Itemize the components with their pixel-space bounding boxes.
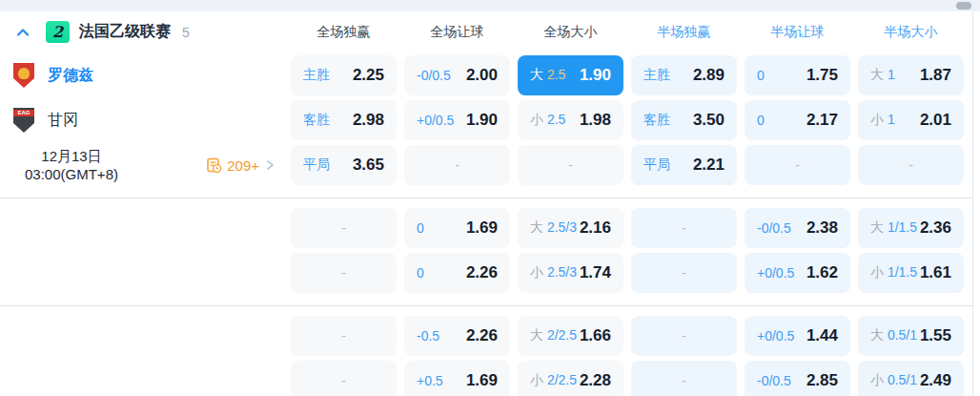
odds-label: 平局	[303, 156, 330, 174]
odds-cell[interactable]: -	[291, 316, 397, 356]
odds-cell[interactable]: +0.51.69	[404, 361, 510, 396]
over-under-line: 2.5	[543, 67, 565, 82]
odds-dash: -	[341, 220, 346, 236]
odds-cell[interactable]: 大 2.51.90	[518, 55, 623, 95]
odds-cell[interactable]: 小 2.5/31.74	[518, 253, 623, 293]
odds-cell[interactable]: 01.69	[404, 208, 510, 248]
over-under-line: 1/1.5	[884, 219, 917, 235]
odds-label: -0.5	[417, 328, 439, 344]
odds-label: 小 1	[870, 112, 895, 129]
odds-cell[interactable]: 大 1/1.52.36	[858, 208, 964, 248]
odds-row: --0.52.26大 2/2.51.66-+0/0.51.44大 0.5/11.…	[0, 316, 964, 356]
odds-cell[interactable]: 02.17	[745, 100, 850, 140]
odds-value: 1.69	[466, 371, 498, 390]
odds-label: 大 2/2.5	[530, 327, 577, 344]
odds-cell[interactable]: -	[631, 316, 737, 356]
odds-cell[interactable]: -0/0.52.38	[745, 208, 850, 248]
odds-label: 小 0.5/1	[870, 372, 917, 389]
over-under-prefix: 小	[870, 264, 884, 280]
odds-group-1: 罗德兹主胜2.25-0/0.52.00大 2.51.90主胜2.8901.75大…	[0, 52, 973, 198]
odds-dash: -	[682, 220, 686, 236]
odds-cell[interactable]: 小 1/1.51.61	[858, 253, 964, 293]
odds-cell[interactable]: +0/0.51.62	[745, 253, 850, 293]
odds-cell[interactable]: -	[745, 145, 850, 185]
odds-cell[interactable]: -	[858, 145, 964, 185]
odds-cell[interactable]: 大 2.5/32.16	[518, 208, 623, 248]
top-strip	[0, 0, 980, 11]
odds-cell[interactable]: -	[518, 145, 623, 185]
odds-label: +0/0.5	[757, 265, 794, 281]
odds-cell[interactable]: 大 11.87	[858, 55, 964, 95]
odds-label: 大 2.5	[530, 67, 565, 84]
odds-cell[interactable]: -	[631, 361, 737, 396]
odds-cell[interactable]: -	[631, 253, 737, 293]
more-markets-link[interactable]: 209+	[206, 157, 276, 174]
odds-value: 3.50	[693, 111, 725, 130]
odds-cell[interactable]: 大 0.5/11.55	[858, 316, 964, 356]
left-spacer	[0, 316, 283, 356]
odds-cell[interactable]: 客胜2.98	[291, 100, 397, 140]
odds-dash: -	[795, 157, 800, 173]
match-datetime: 12月13日03:00(GMT+8)	[10, 147, 133, 183]
odds-cell[interactable]: +0/0.51.44	[745, 316, 850, 356]
odds-label: +0/0.5	[757, 328, 794, 344]
odds-label: 大 0.5/1	[870, 327, 917, 344]
odds-cell[interactable]: -	[291, 361, 397, 396]
odds-value: 2.00	[466, 66, 498, 85]
over-under-prefix: 小	[870, 372, 884, 387]
odds-cell[interactable]: +0/0.51.90	[404, 100, 510, 140]
odds-value: 2.01	[920, 111, 951, 130]
odds-cell[interactable]: 客胜3.50	[631, 100, 737, 140]
odds-label: 0	[757, 113, 765, 128]
match-info-row: 12月13日03:00(GMT+8)209+	[0, 145, 283, 185]
odds-cell[interactable]: 01.75	[745, 55, 850, 95]
odds-cell[interactable]: 主胜2.89	[631, 55, 737, 95]
vertical-scrollbar-track[interactable]	[972, 11, 980, 396]
odds-value: 2.26	[466, 263, 498, 282]
odds-cell[interactable]: 大 2/2.51.66	[518, 316, 623, 356]
over-under-prefix: 小	[530, 372, 543, 387]
odds-row: 甘冈客胜2.98+0/0.51.90小 2.51.98客胜3.5002.17小 …	[0, 100, 964, 140]
odds-cell[interactable]: -0/0.52.00	[404, 55, 510, 95]
odds-cell[interactable]: -	[631, 208, 737, 248]
odds-cell[interactable]: -0.52.26	[404, 316, 510, 356]
home-team-name: 罗德兹	[48, 66, 93, 86]
odds-value: 1.87	[920, 66, 951, 85]
odds-cell[interactable]: 小 0.5/12.49	[858, 361, 964, 396]
odds-cell[interactable]: -0/0.52.85	[745, 361, 850, 396]
odds-label: 客胜	[643, 112, 670, 129]
odds-value: 1.90	[466, 111, 498, 130]
scrollbar-thumb[interactable]	[956, 2, 971, 10]
odds-cell[interactable]: -	[404, 145, 510, 185]
over-under-line: 1/1.5	[884, 264, 917, 280]
odds-cell[interactable]: 平局2.21	[631, 145, 737, 185]
odds-cell[interactable]: 小 12.01	[858, 100, 964, 140]
odds-value: 2.28	[580, 371, 611, 390]
odds-value: 1.55	[920, 326, 951, 345]
odds-label: 0	[417, 265, 424, 281]
odds-cell[interactable]: 主胜2.25	[291, 55, 397, 95]
odds-grid: 罗德兹主胜2.25-0/0.52.00大 2.51.90主胜2.8901.75大…	[0, 52, 973, 396]
odds-value: 2.16	[580, 219, 611, 238]
odds-value: 1.66	[580, 326, 611, 345]
over-under-prefix: 大	[530, 67, 543, 82]
chevron-up-icon[interactable]	[15, 25, 31, 40]
over-under-prefix: 小	[870, 112, 884, 127]
odds-cell[interactable]: -	[291, 208, 397, 248]
odds-value: 2.85	[806, 371, 838, 390]
over-under-prefix: 大	[530, 219, 543, 235]
odds-value: 1.69	[466, 219, 498, 238]
odds-value: 2.89	[693, 66, 725, 85]
odds-cell[interactable]: -	[291, 253, 397, 293]
over-under-line: 2/2.5	[543, 372, 577, 387]
odds-dash: -	[909, 157, 913, 173]
odds-cell[interactable]: 小 2.51.98	[518, 100, 623, 140]
odds-cell[interactable]: 小 2/2.52.28	[518, 361, 623, 396]
over-under-prefix: 大	[870, 327, 884, 343]
away-team-name: 甘冈	[48, 111, 78, 131]
odds-cell[interactable]: 平局3.65	[291, 145, 397, 185]
odds-cell[interactable]: 02.26	[404, 253, 510, 293]
odds-value: 2.98	[353, 111, 384, 130]
odds-value: 2.26	[466, 326, 498, 345]
over-under-line: 1	[884, 112, 895, 127]
